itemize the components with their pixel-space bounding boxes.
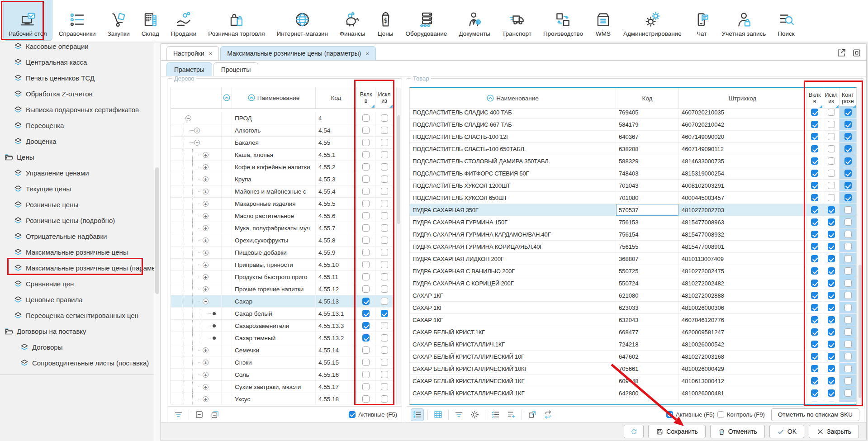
sidebar-scrollbar[interactable] xyxy=(154,43,160,441)
tree-scrollbar-thumb[interactable] xyxy=(397,115,400,224)
loop-button[interactable] xyxy=(541,408,555,421)
include-checkbox[interactable] xyxy=(362,224,370,232)
exclude-checkbox[interactable] xyxy=(828,243,835,250)
product-row[interactable]: САХАР БЕЛЫЙ КРИСТАЛЛИЧЕСКИЙ 1КГ609448481… xyxy=(410,375,856,387)
control-retail-checkbox[interactable] xyxy=(844,218,852,226)
sidebar-item-max-retail-prices-params[interactable]: Максимальные розничные цены (парамет xyxy=(0,260,154,276)
include-checkbox[interactable] xyxy=(811,365,818,372)
sidebar-item-price-management[interactable]: Управление ценами xyxy=(0,165,154,181)
product-control-column-header[interactable]: Конт розн xyxy=(839,88,856,109)
include-checkbox[interactable] xyxy=(362,127,370,134)
exclude-checkbox[interactable] xyxy=(381,298,388,305)
toolbar-item-administration[interactable]: Администрирование xyxy=(618,0,687,41)
collapse-stack-button[interactable] xyxy=(209,408,222,421)
exclude-checkbox[interactable] xyxy=(828,133,835,140)
sidebar-item-central-cash[interactable]: Центральная касса xyxy=(0,54,154,70)
toolbar-item-wms[interactable]: WMS xyxy=(589,0,617,41)
control-retail-checkbox[interactable] xyxy=(844,280,852,287)
tree-row[interactable]: +Сухие завтраки, мюсли4.55.17 xyxy=(171,381,393,393)
sidebar-item-supply-contracts-folder[interactable]: Договоры на поставку xyxy=(0,323,154,339)
control-retail-checkbox[interactable] xyxy=(844,304,852,311)
product-row[interactable]: САХАР БЕЛЫЙ КРИСТАЛЛИЧЕСКИЙ 10Г647602481… xyxy=(410,351,856,363)
expand-node-icon[interactable]: + xyxy=(194,128,200,133)
include-checkbox[interactable] xyxy=(362,139,370,146)
sidebar-item-revaluation[interactable]: Переоценка xyxy=(0,118,154,133)
exclude-checkbox[interactable] xyxy=(381,249,388,256)
include-checkbox[interactable] xyxy=(811,328,818,336)
sidebar-scrollbar-thumb[interactable] xyxy=(155,167,159,294)
list-view-button[interactable] xyxy=(411,408,424,421)
include-checkbox[interactable] xyxy=(362,261,370,268)
product-row[interactable]: ПОДСЛАСТИТЕЛЬ СЛАСТЬ-100 12Г640367460714… xyxy=(410,131,856,143)
include-checkbox[interactable] xyxy=(362,188,370,195)
exclude-checkbox[interactable] xyxy=(381,334,388,341)
list-add-button[interactable] xyxy=(505,408,518,421)
control-retail-checkbox[interactable] xyxy=(844,377,852,384)
expand-node-icon[interactable]: + xyxy=(203,384,209,390)
product-row[interactable]: САХАР 1КГ6320434607046120776 xyxy=(410,314,856,326)
sidebar-item-retail-prices[interactable]: Розничные цены xyxy=(0,197,154,213)
tree-row[interactable]: +Кофе и кофейные напитки4.55.2 xyxy=(171,161,393,173)
include-checkbox[interactable] xyxy=(362,383,370,390)
toolbar-item-search[interactable]: Поиск xyxy=(772,0,800,41)
tree-row[interactable]: +Пищевые добавки4.55.9 xyxy=(171,247,393,259)
tree-row[interactable]: +Масло растительное4.55.6 xyxy=(171,210,393,222)
include-checkbox[interactable] xyxy=(811,353,818,360)
tree-include-column-header[interactable]: Вклк в xyxy=(356,87,375,108)
exclude-checkbox[interactable] xyxy=(828,353,835,360)
include-checkbox[interactable] xyxy=(362,237,370,244)
collapse-node-icon[interactable]: − xyxy=(185,115,191,121)
gear-button[interactable] xyxy=(468,408,481,421)
exclude-checkbox[interactable] xyxy=(828,255,835,262)
sidebar-item-segmented-revaluation[interactable]: Переоценка сегментированных цен xyxy=(0,308,154,323)
collapse-node-icon[interactable]: − xyxy=(203,299,209,304)
include-checkbox[interactable] xyxy=(362,322,370,329)
expand-node-icon[interactable]: + xyxy=(203,396,209,402)
mark-by-sku-lists-button[interactable]: Отметить по спискам SKU xyxy=(771,408,859,421)
tree-row[interactable]: +Алкоголь4.54 xyxy=(171,124,393,137)
toolbar-item-equipment[interactable]: Оборудование xyxy=(400,0,453,41)
exclude-checkbox[interactable] xyxy=(381,310,388,317)
include-checkbox[interactable] xyxy=(811,231,818,238)
include-checkbox[interactable] xyxy=(362,114,370,122)
exclude-checkbox[interactable] xyxy=(381,395,388,403)
tree-row[interactable]: Сахарозаменители4.55.13.3 xyxy=(171,320,393,332)
include-checkbox[interactable] xyxy=(811,145,818,152)
toolbar-item-retail[interactable]: Розничная торговля xyxy=(203,0,270,41)
expand-node-icon[interactable]: + xyxy=(203,213,209,219)
include-checkbox[interactable] xyxy=(811,133,818,140)
tree-row[interactable]: +Семечки4.55.14 xyxy=(171,344,393,356)
active-checkbox[interactable] xyxy=(666,411,673,418)
sidebar-item-cash-operations[interactable]: Кассовые операции xyxy=(0,43,154,54)
exclude-checkbox[interactable] xyxy=(828,231,835,238)
exclude-checkbox[interactable] xyxy=(828,389,835,397)
expand-node-icon[interactable]: + xyxy=(203,237,209,243)
control-retail-checkbox[interactable] xyxy=(844,231,852,238)
close-button[interactable]: Закрыть xyxy=(809,425,859,438)
open-window-icon[interactable] xyxy=(836,48,846,58)
tree-row[interactable]: +Продукты быстрого приго4.55.11 xyxy=(171,271,393,283)
tree-row[interactable]: Сахар белый4.55.13.1 xyxy=(171,308,393,320)
toolbar-item-transport[interactable]: Транспорт xyxy=(497,0,537,41)
subtab-percents[interactable]: Проценты xyxy=(213,62,259,76)
exclude-checkbox[interactable] xyxy=(381,261,388,268)
sidebar-item-negative-markups[interactable]: Отрицательные надбавки xyxy=(0,228,154,244)
product-row[interactable]: ПОДСЛАСТИТЕЛЬ ФИТФОРС СТЕВИЯ 50Г74840348… xyxy=(410,167,856,180)
product-row[interactable]: ПУДРА САХАРНАЯ ЛИДКОН 200Г36880748101130… xyxy=(410,253,856,265)
control-retail-checkbox[interactable] xyxy=(844,170,852,177)
exclude-checkbox[interactable] xyxy=(828,402,835,402)
expand-node-icon[interactable]: + xyxy=(203,176,209,182)
tree-row[interactable]: +Крупа4.55.3 xyxy=(171,173,393,185)
toolbar-item-purchases[interactable]: Закупки xyxy=(102,0,135,41)
product-name-column-header[interactable]: Наименование xyxy=(410,88,616,109)
expand-node-icon[interactable]: + xyxy=(203,286,209,292)
product-scrollbar-thumb[interactable] xyxy=(859,265,862,398)
product-row[interactable]: САХАР БЕЛЫЙ КРИСТАЛЛИЧЕСКИЙ 10КГ70566148… xyxy=(410,363,856,375)
include-checkbox[interactable] xyxy=(811,157,818,165)
exclude-checkbox[interactable] xyxy=(828,304,835,311)
control-retail-checkbox[interactable] xyxy=(844,353,852,360)
control-retail-checkbox[interactable] xyxy=(844,255,852,262)
expand-node-icon[interactable]: + xyxy=(203,262,209,268)
expand-node-icon[interactable]: + xyxy=(203,347,209,353)
exclude-checkbox[interactable] xyxy=(828,218,835,226)
